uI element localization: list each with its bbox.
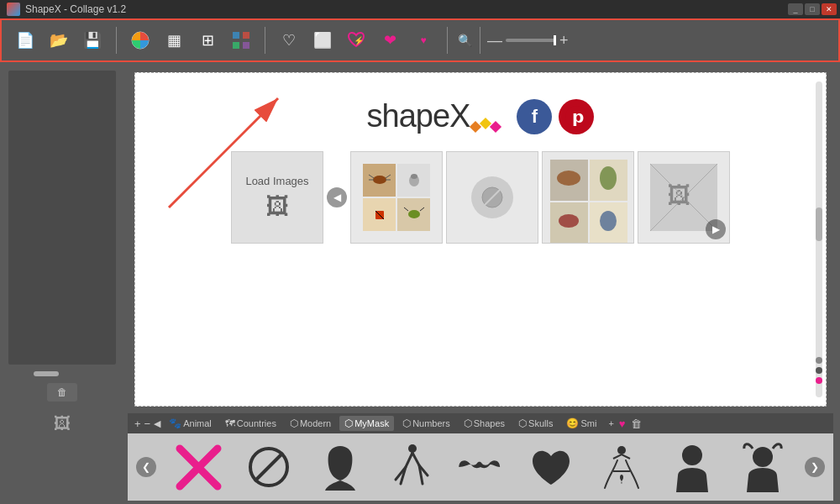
thumbnail-4[interactable]: 🖼 ▶: [638, 151, 730, 244]
toolbar-divider-2: [265, 27, 265, 54]
load-images-label: Load Images: [245, 175, 308, 187]
left-delete-button[interactable]: 🗑: [47, 383, 77, 402]
titlebar: ShapeX - Collage v1.2 _ □ ✕: [0, 0, 840, 18]
new-button[interactable]: 📄: [10, 25, 40, 55]
open-button[interactable]: 📂: [44, 25, 74, 55]
facebook-icon[interactable]: f: [517, 99, 552, 134]
colorwheel-button[interactable]: [125, 25, 155, 55]
logo-container: shape X: [367, 98, 501, 134]
svg-point-37: [617, 446, 626, 454]
left-images-button[interactable]: 🖼: [47, 408, 77, 438]
main-layout: 🗑 🖼 shape X: [0, 62, 840, 504]
thumb-next-button[interactable]: ▶: [706, 219, 726, 239]
svg-point-39: [753, 447, 773, 467]
heart-x-button[interactable]: ⚡: [341, 25, 371, 55]
titlebar-title: ShapeX - Collage v1.2: [25, 3, 126, 15]
svg-line-35: [255, 453, 283, 481]
canvas-vscroll-thumb: [816, 207, 822, 241]
toolbar-divider-4: [480, 27, 480, 54]
save-button[interactable]: 💾: [77, 25, 108, 55]
mask-tab-mymask[interactable]: ⬡MyMask: [339, 416, 394, 431]
svg-point-10: [373, 176, 386, 184]
shapes-button[interactable]: [226, 25, 256, 55]
thumbnail-1[interactable]: [350, 151, 443, 244]
thumb-2-inner: [471, 176, 513, 218]
app-icon: [7, 3, 20, 16]
gem-pink: [490, 121, 501, 133]
canvas: shape X f 𝗽: [134, 72, 827, 407]
canvas-vscrollbar[interactable]: [816, 81, 822, 397]
maximize-button[interactable]: □: [805, 3, 820, 15]
shape-portrait[interactable]: [667, 442, 717, 492]
search-slider-tools: 🔍 — +: [456, 27, 569, 54]
heart-outline-button[interactable]: ♡: [274, 25, 304, 55]
left-slider-row: [8, 371, 116, 376]
square-outline-button[interactable]: ⬜: [307, 25, 338, 55]
mask-add-button[interactable]: +: [134, 417, 141, 430]
thumb-3-content: [543, 152, 633, 243]
thumbnails-row: Load Images 🖼 ◀: [223, 151, 738, 244]
thumbnail-3[interactable]: [542, 151, 634, 244]
mask-tab-smi[interactable]: 😊Smi: [561, 416, 601, 431]
shape-cupid[interactable]: [596, 442, 647, 492]
shape-circle-slash[interactable]: [244, 442, 294, 492]
thumb-2-content: [447, 152, 538, 243]
shape-prev-button[interactable]: ❮: [136, 457, 156, 477]
grid1-button[interactable]: ▦: [159, 25, 189, 55]
thumb-3-cell-4: [590, 202, 627, 244]
shape-mustache[interactable]: [455, 442, 506, 492]
heart-small-button[interactable]: ♥: [408, 25, 438, 55]
thumbnail-2[interactable]: [446, 151, 538, 244]
load-images-button[interactable]: Load Images 🖼: [231, 151, 323, 244]
grid2-button[interactable]: ⊞: [192, 25, 223, 55]
mask-tab-modern[interactable]: ⬡Modern: [285, 416, 336, 431]
shape-heart[interactable]: [526, 442, 576, 492]
logo-text: shape: [367, 98, 450, 134]
plus-icon: +: [559, 32, 569, 50]
mask-remove-button[interactable]: −: [144, 417, 151, 430]
mask-tab-add-icon[interactable]: +: [608, 418, 613, 428]
canvas-dot-1: [816, 357, 822, 364]
window-controls: _ □ ✕: [788, 3, 837, 15]
social-icons: f 𝗽: [517, 99, 594, 134]
right-panel: 🖼 ✦ 📄: [837, 62, 840, 504]
pinterest-icon[interactable]: 𝗽: [559, 99, 594, 134]
shape-girl-pigtails[interactable]: [738, 442, 788, 492]
shape-face-profile[interactable]: [314, 442, 365, 492]
left-panel: 🗑 🖼: [0, 62, 124, 504]
insect-cell-3: [363, 198, 396, 231]
svg-line-21: [420, 207, 424, 211]
toolbar-divider-1: [116, 27, 117, 54]
svg-rect-4: [243, 42, 249, 49]
shape-x[interactable]: [173, 442, 223, 492]
size-slider[interactable]: [506, 39, 556, 42]
logo-x: X: [449, 98, 470, 134]
load-images-icon: 🖼: [265, 192, 289, 220]
minimize-button[interactable]: _: [788, 3, 803, 15]
mask-tab-countries[interactable]: 🗺Countries: [220, 416, 281, 431]
thumb-prev-button[interactable]: ◀: [327, 187, 347, 207]
mask-tabs: + − ◀ 🐾Animal 🗺Countries ⬡Modern ⬡MyMask…: [128, 413, 833, 433]
mask-prev-button[interactable]: ◀: [154, 418, 160, 429]
mask-heart-icon[interactable]: ♥: [619, 417, 626, 430]
minus-icon: —: [487, 32, 502, 50]
toolbar-divider-3: [447, 27, 448, 54]
svg-line-11: [369, 175, 374, 178]
mask-tab-animal[interactable]: 🐾Animal: [164, 416, 217, 431]
svg-point-19: [408, 210, 420, 218]
close-button[interactable]: ✕: [822, 3, 837, 15]
mask-delete-button[interactable]: 🗑: [631, 417, 642, 430]
canvas-container: shape X f 𝗽: [128, 66, 833, 413]
thumb-3-cell-1: [550, 160, 588, 201]
heart-full-button[interactable]: ❤: [375, 25, 405, 55]
svg-line-20: [404, 207, 408, 211]
left-size-slider[interactable]: [34, 371, 59, 376]
logo-gems: [471, 119, 500, 131]
style-tools: ▦ ⊞: [125, 25, 256, 55]
mask-tab-shapes[interactable]: ⬡Shapes: [459, 416, 510, 431]
shape-runner[interactable]: [385, 442, 435, 492]
mask-tab-skulls[interactable]: ⬡Skulls: [513, 416, 558, 431]
search-icon[interactable]: 🔍: [456, 32, 473, 49]
shape-next-button[interactable]: ❯: [805, 457, 825, 477]
mask-tab-numbers[interactable]: ⬡Numbers: [397, 416, 455, 431]
